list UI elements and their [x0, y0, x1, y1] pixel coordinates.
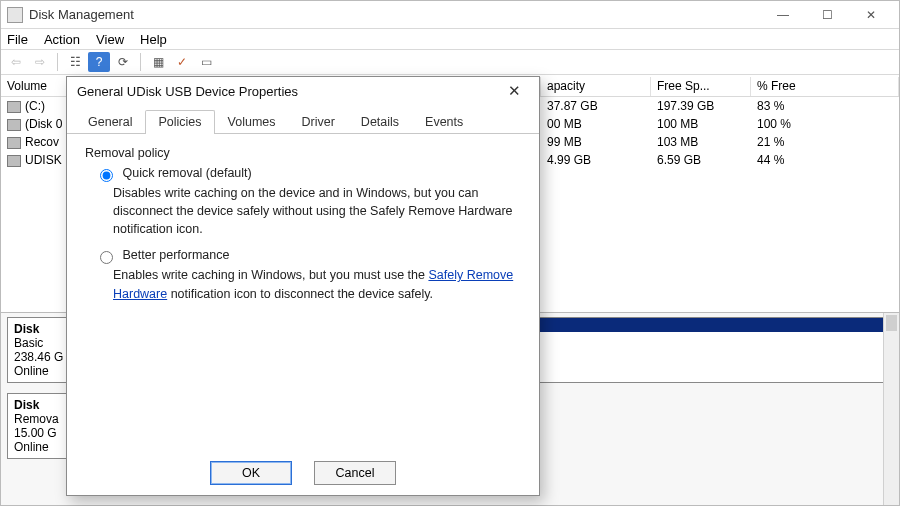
dialog-button-row: OK Cancel [67, 461, 539, 485]
cell-free: 6.59 GB [651, 151, 751, 169]
menu-view[interactable]: View [96, 32, 124, 47]
dialog-titlebar[interactable]: General UDisk USB Device Properties ✕ [67, 77, 539, 105]
refresh-icon[interactable]: ⟳ [112, 52, 134, 72]
window-controls: — ☐ ✕ [761, 4, 893, 26]
dialog-body: Removal policy Quick removal (default) D… [67, 134, 539, 321]
device-properties-dialog: General UDisk USB Device Properties ✕ Ge… [66, 76, 540, 496]
cancel-button[interactable]: Cancel [314, 461, 396, 485]
dialog-tabs: General Policies Volumes Driver Details … [67, 109, 539, 134]
dialog-close-button[interactable]: ✕ [499, 82, 529, 100]
option-label: Better performance [122, 249, 229, 263]
toolbar-icon-a[interactable]: ▦ [147, 52, 169, 72]
toolbar: ⇦ ⇨ ☷ ? ⟳ ▦ ✓ ▭ [1, 49, 899, 75]
volume-icon [7, 101, 21, 113]
option-description: Enables write caching in Windows, but yo… [113, 266, 521, 302]
help-icon[interactable]: ? [88, 52, 110, 72]
menubar: File Action View Help [1, 29, 899, 49]
cell-capacity: 37.87 GB [541, 97, 651, 115]
desc-after: notification icon to disconnect the devi… [167, 287, 433, 301]
option-quick-removal[interactable]: Quick removal (default) [95, 166, 521, 182]
radio-quick-removal[interactable] [100, 169, 113, 182]
forward-button[interactable]: ⇨ [29, 52, 51, 72]
minimize-button[interactable]: — [761, 4, 805, 26]
desc-before: Enables write caching in Windows, but yo… [113, 268, 428, 282]
cell-pct: 100 % [751, 115, 899, 133]
option-better-performance[interactable]: Better performance [95, 248, 521, 264]
window-title: Disk Management [29, 7, 761, 22]
cell-pct: 83 % [751, 97, 899, 115]
menu-help[interactable]: Help [140, 32, 167, 47]
tab-policies[interactable]: Policies [145, 110, 214, 134]
cell-pct: 21 % [751, 133, 899, 151]
cell-capacity: 99 MB [541, 133, 651, 151]
volume-name: Recov [25, 135, 59, 149]
ok-button[interactable]: OK [210, 461, 292, 485]
cell-pct: 44 % [751, 151, 899, 169]
col-percent[interactable]: % Free [751, 77, 899, 96]
col-capacity[interactable]: apacity [541, 77, 651, 96]
toolbar-separator [57, 53, 58, 71]
tab-general[interactable]: General [75, 110, 145, 134]
menu-action[interactable]: Action [44, 32, 80, 47]
cell-capacity: 00 MB [541, 115, 651, 133]
cell-free: 197.39 GB [651, 97, 751, 115]
titlebar[interactable]: Disk Management — ☐ ✕ [1, 1, 899, 29]
toolbar-separator [140, 53, 141, 71]
col-free[interactable]: Free Sp... [651, 77, 751, 96]
option-label: Quick removal (default) [122, 166, 251, 180]
toolbar-icon-b[interactable]: ✓ [171, 52, 193, 72]
dialog-title: General UDisk USB Device Properties [77, 84, 499, 99]
properties-icon[interactable]: ☷ [64, 52, 86, 72]
cell-free: 100 MB [651, 115, 751, 133]
toolbar-icon-c[interactable]: ▭ [195, 52, 217, 72]
option-description: Disables write caching on the device and… [113, 184, 521, 238]
tab-details[interactable]: Details [348, 110, 412, 134]
volume-icon [7, 119, 21, 131]
volume-name: (C:) [25, 99, 45, 113]
cell-free: 103 MB [651, 133, 751, 151]
volume-icon [7, 155, 21, 167]
vertical-scrollbar[interactable] [883, 313, 899, 505]
cell-capacity: 4.99 GB [541, 151, 651, 169]
menu-file[interactable]: File [7, 32, 28, 47]
radio-better-performance[interactable] [100, 251, 113, 264]
maximize-button[interactable]: ☐ [805, 4, 849, 26]
tab-events[interactable]: Events [412, 110, 476, 134]
close-button[interactable]: ✕ [849, 4, 893, 26]
volume-name: UDISK [25, 153, 62, 167]
removal-policy-group: Removal policy Quick removal (default) D… [85, 146, 521, 303]
volume-icon [7, 137, 21, 149]
tab-driver[interactable]: Driver [289, 110, 348, 134]
volume-name: (Disk 0 [25, 117, 62, 131]
scroll-thumb[interactable] [886, 315, 897, 331]
back-button[interactable]: ⇦ [5, 52, 27, 72]
group-title: Removal policy [85, 146, 521, 160]
tab-volumes[interactable]: Volumes [215, 110, 289, 134]
app-icon [7, 7, 23, 23]
